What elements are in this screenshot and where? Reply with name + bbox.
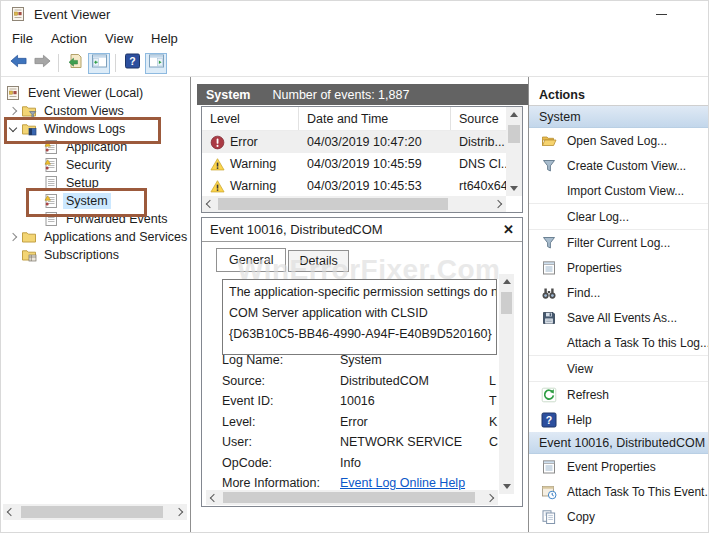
tree-item-label: Setup bbox=[63, 175, 102, 191]
scroll-right-icon[interactable] bbox=[486, 493, 494, 501]
minimize-button[interactable] bbox=[646, 1, 676, 27]
event-viewer-app-icon bbox=[10, 6, 26, 22]
main-area: Event Viewer (Local)Custom ViewsWindows … bbox=[1, 77, 708, 532]
console-tree-button[interactable] bbox=[88, 53, 110, 74]
blank-icon bbox=[541, 361, 557, 377]
open-folder-icon bbox=[541, 133, 557, 149]
toolbar-separator bbox=[58, 54, 59, 72]
field-row-log-name: Log Name:System bbox=[222, 350, 507, 371]
actions-panel: Actions SystemOpen Saved Log...Create Cu… bbox=[528, 77, 708, 532]
column-header-date-and-time[interactable]: Date and Time bbox=[299, 107, 451, 130]
action-clear-log[interactable]: Clear Log... bbox=[529, 204, 708, 229]
action-open-saved-log[interactable]: Open Saved Log... bbox=[529, 128, 708, 153]
event-row[interactable]: Error04/03/2019 10:47:20Distrib... bbox=[202, 131, 522, 153]
tree-item-application[interactable]: Application bbox=[1, 138, 190, 156]
field-row-event-id: Event ID:10016T bbox=[222, 391, 507, 412]
action-find[interactable]: Find... bbox=[529, 280, 708, 305]
tree-item-setup[interactable]: Setup bbox=[1, 174, 190, 192]
scroll-up-icon[interactable] bbox=[503, 279, 511, 284]
action-filter-current-log[interactable]: Filter Current Log... bbox=[529, 230, 708, 255]
filter-icon bbox=[541, 235, 557, 251]
action-create-custom-view[interactable]: Create Custom View... bbox=[529, 153, 708, 178]
scroll-down-icon[interactable] bbox=[510, 186, 518, 191]
event-list-horizontal-scrollbar[interactable] bbox=[202, 196, 506, 212]
tree-item-label: Application bbox=[63, 139, 130, 155]
action-view[interactable]: View bbox=[529, 356, 708, 381]
event-datetime-cell: 04/03/2019 10:47:20 bbox=[299, 135, 451, 149]
tab-details[interactable]: Details bbox=[288, 250, 348, 272]
action-label: Properties bbox=[567, 261, 622, 275]
scroll-left-icon[interactable] bbox=[210, 493, 218, 501]
tree-item-system[interactable]: System bbox=[1, 192, 190, 210]
actions-group-header-system[interactable]: System bbox=[529, 106, 708, 128]
action-copy[interactable]: Copy bbox=[529, 504, 708, 529]
preview-horizontal-scrollbar[interactable] bbox=[206, 490, 498, 505]
action-help[interactable]: ?Help bbox=[529, 407, 708, 432]
action-properties[interactable]: Properties bbox=[529, 255, 708, 280]
event-level-cell: Warning bbox=[202, 179, 299, 194]
properties-icon bbox=[541, 260, 557, 276]
tree-item-forwarded-events[interactable]: Forwarded Events bbox=[1, 210, 190, 228]
tree-item-subscriptions[interactable]: Subscriptions bbox=[1, 246, 190, 264]
forward-arrow-button[interactable] bbox=[31, 53, 53, 74]
action-attach-task-to-this-event[interactable]: Attach Task To This Event... bbox=[529, 479, 708, 504]
action-import-custom-view[interactable]: Import Custom View... bbox=[529, 178, 708, 203]
action-label: Attach Task To This Event... bbox=[567, 485, 708, 499]
event-description-line: The application-specific permission sett… bbox=[229, 282, 490, 303]
event-level-cell: Warning bbox=[202, 157, 299, 172]
preview-vertical-scrollbar[interactable] bbox=[499, 274, 514, 494]
task-icon bbox=[541, 484, 557, 500]
window-title: Event Viewer bbox=[34, 7, 110, 22]
action-label: Filter Current Log... bbox=[567, 236, 670, 250]
scroll-right-icon[interactable] bbox=[494, 200, 502, 208]
tree-item-custom-views[interactable]: Custom Views bbox=[1, 102, 190, 120]
tree-item-label: Windows Logs bbox=[41, 121, 128, 137]
menu-action[interactable]: Action bbox=[42, 29, 96, 48]
tree-item-windows-logs[interactable]: Windows Logs bbox=[1, 120, 190, 138]
event-row[interactable]: Warning04/03/2019 10:45:59DNS Cl... bbox=[202, 153, 522, 175]
action-label: Refresh bbox=[567, 388, 609, 402]
expanded-expander-icon[interactable] bbox=[5, 127, 21, 131]
scroll-up-icon[interactable] bbox=[510, 112, 518, 117]
tree-scroll-thumb[interactable] bbox=[21, 506, 163, 518]
help-button[interactable]: ? bbox=[121, 53, 143, 74]
back-arrow-icon bbox=[10, 53, 27, 73]
event-viewer-window: Event Viewer FileActionViewHelp ? Event … bbox=[0, 0, 709, 533]
preview-hscroll-thumb[interactable] bbox=[223, 492, 475, 503]
action-pane-button[interactable] bbox=[145, 53, 167, 74]
event-list-vertical-scrollbar[interactable] bbox=[506, 107, 522, 196]
tree-item-security[interactable]: Security bbox=[1, 156, 190, 174]
event-datetime-cell: 04/03/2019 10:45:59 bbox=[299, 157, 451, 171]
tree-item-event-viewer-local[interactable]: Event Viewer (Local) bbox=[1, 84, 190, 102]
action-refresh[interactable]: Refresh bbox=[529, 382, 708, 407]
action-save-all-events-as[interactable]: Save All Events As... bbox=[529, 305, 708, 330]
action-label: Attach a Task To this Log... bbox=[567, 336, 708, 350]
collapsed-expander-icon[interactable] bbox=[5, 108, 21, 114]
menu-help[interactable]: Help bbox=[142, 29, 187, 48]
tree-item-applications-and-services-lo[interactable]: Applications and Services Lo bbox=[1, 228, 190, 246]
menu-file[interactable]: File bbox=[3, 29, 42, 48]
action-attach-a-task-to-this-log[interactable]: Attach a Task To this Log... bbox=[529, 330, 708, 355]
tab-general[interactable]: General bbox=[216, 248, 286, 272]
scroll-down-icon[interactable] bbox=[503, 484, 511, 489]
scroll-right-icon[interactable] bbox=[175, 508, 183, 516]
event-list-scroll-thumb[interactable] bbox=[508, 125, 520, 143]
event-log-online-help-link[interactable]: Event Log Online Help bbox=[340, 476, 465, 490]
back-arrow-button[interactable] bbox=[7, 53, 29, 74]
column-header-level[interactable]: Level bbox=[202, 107, 299, 130]
close-icon[interactable]: ✕ bbox=[503, 222, 514, 237]
menu-view[interactable]: View bbox=[96, 29, 142, 48]
action-event-properties[interactable]: Event Properties bbox=[529, 454, 708, 479]
event-row[interactable]: Warning04/03/2019 10:45:53rt640x64 bbox=[202, 175, 522, 197]
event-list-hscroll-thumb[interactable] bbox=[218, 198, 448, 210]
tree-horizontal-scrollbar[interactable] bbox=[3, 504, 187, 520]
actions-group-header-event-10016-distributedcom[interactable]: Event 10016, DistributedCOM bbox=[529, 432, 708, 454]
collapsed-expander-icon[interactable] bbox=[5, 234, 21, 240]
field-row-source: Source:DistributedCOML bbox=[222, 371, 507, 392]
scroll-left-icon[interactable] bbox=[7, 508, 15, 516]
export-log-button[interactable] bbox=[64, 53, 86, 74]
preview-scroll-thumb[interactable] bbox=[501, 292, 512, 314]
scroll-left-icon[interactable] bbox=[206, 200, 214, 208]
error-icon bbox=[210, 135, 225, 150]
folder-logs-icon bbox=[21, 121, 37, 137]
